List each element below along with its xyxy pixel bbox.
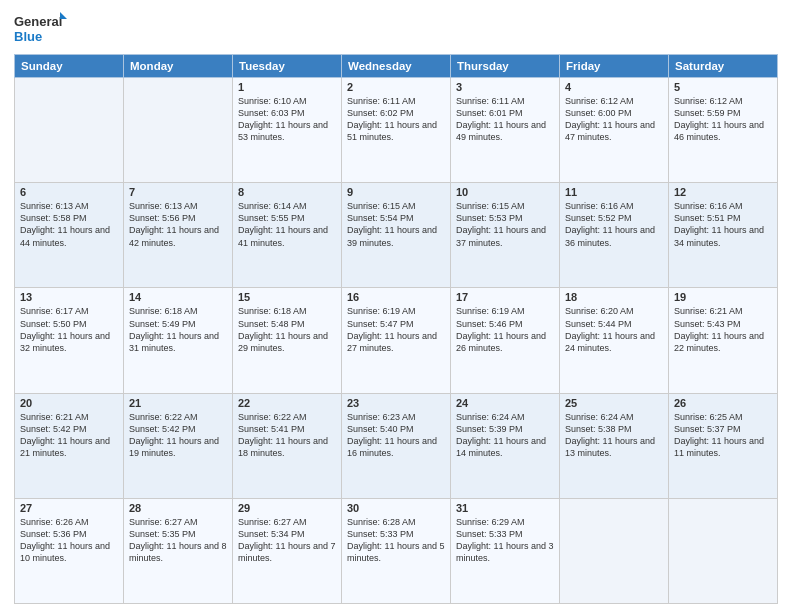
day-info: Sunrise: 6:21 AM Sunset: 5:43 PM Dayligh… xyxy=(674,305,772,354)
day-info: Sunrise: 6:17 AM Sunset: 5:50 PM Dayligh… xyxy=(20,305,118,354)
day-number: 11 xyxy=(565,186,663,198)
day-number: 12 xyxy=(674,186,772,198)
calendar-day-12: 12Sunrise: 6:16 AM Sunset: 5:51 PM Dayli… xyxy=(669,183,778,288)
weekday-header-thursday: Thursday xyxy=(451,55,560,78)
calendar-day-16: 16Sunrise: 6:19 AM Sunset: 5:47 PM Dayli… xyxy=(342,288,451,393)
weekday-header-wednesday: Wednesday xyxy=(342,55,451,78)
calendar-day-26: 26Sunrise: 6:25 AM Sunset: 5:37 PM Dayli… xyxy=(669,393,778,498)
calendar-day-4: 4Sunrise: 6:12 AM Sunset: 6:00 PM Daylig… xyxy=(560,78,669,183)
calendar-week-row: 20Sunrise: 6:21 AM Sunset: 5:42 PM Dayli… xyxy=(15,393,778,498)
calendar-day-29: 29Sunrise: 6:27 AM Sunset: 5:34 PM Dayli… xyxy=(233,498,342,603)
day-number: 2 xyxy=(347,81,445,93)
day-number: 4 xyxy=(565,81,663,93)
day-number: 9 xyxy=(347,186,445,198)
day-info: Sunrise: 6:24 AM Sunset: 5:38 PM Dayligh… xyxy=(565,411,663,460)
day-number: 22 xyxy=(238,397,336,409)
day-info: Sunrise: 6:25 AM Sunset: 5:37 PM Dayligh… xyxy=(674,411,772,460)
calendar-day-9: 9Sunrise: 6:15 AM Sunset: 5:54 PM Daylig… xyxy=(342,183,451,288)
day-number: 14 xyxy=(129,291,227,303)
day-info: Sunrise: 6:11 AM Sunset: 6:01 PM Dayligh… xyxy=(456,95,554,144)
day-info: Sunrise: 6:28 AM Sunset: 5:33 PM Dayligh… xyxy=(347,516,445,565)
day-number: 5 xyxy=(674,81,772,93)
calendar-day-27: 27Sunrise: 6:26 AM Sunset: 5:36 PM Dayli… xyxy=(15,498,124,603)
calendar-empty-cell xyxy=(669,498,778,603)
calendar-day-14: 14Sunrise: 6:18 AM Sunset: 5:49 PM Dayli… xyxy=(124,288,233,393)
day-number: 29 xyxy=(238,502,336,514)
day-number: 30 xyxy=(347,502,445,514)
day-info: Sunrise: 6:29 AM Sunset: 5:33 PM Dayligh… xyxy=(456,516,554,565)
logo: General Blue xyxy=(14,10,69,50)
header: General Blue xyxy=(14,10,778,50)
day-number: 31 xyxy=(456,502,554,514)
day-info: Sunrise: 6:23 AM Sunset: 5:40 PM Dayligh… xyxy=(347,411,445,460)
calendar-day-24: 24Sunrise: 6:24 AM Sunset: 5:39 PM Dayli… xyxy=(451,393,560,498)
calendar-day-25: 25Sunrise: 6:24 AM Sunset: 5:38 PM Dayli… xyxy=(560,393,669,498)
day-number: 10 xyxy=(456,186,554,198)
calendar-week-row: 27Sunrise: 6:26 AM Sunset: 5:36 PM Dayli… xyxy=(15,498,778,603)
calendar-week-row: 13Sunrise: 6:17 AM Sunset: 5:50 PM Dayli… xyxy=(15,288,778,393)
calendar-day-17: 17Sunrise: 6:19 AM Sunset: 5:46 PM Dayli… xyxy=(451,288,560,393)
day-info: Sunrise: 6:19 AM Sunset: 5:46 PM Dayligh… xyxy=(456,305,554,354)
calendar-table: SundayMondayTuesdayWednesdayThursdayFrid… xyxy=(14,54,778,604)
day-number: 3 xyxy=(456,81,554,93)
calendar-day-5: 5Sunrise: 6:12 AM Sunset: 5:59 PM Daylig… xyxy=(669,78,778,183)
day-number: 6 xyxy=(20,186,118,198)
day-number: 17 xyxy=(456,291,554,303)
day-info: Sunrise: 6:20 AM Sunset: 5:44 PM Dayligh… xyxy=(565,305,663,354)
day-number: 24 xyxy=(456,397,554,409)
logo-svg: General Blue xyxy=(14,10,69,50)
day-info: Sunrise: 6:15 AM Sunset: 5:53 PM Dayligh… xyxy=(456,200,554,249)
day-number: 1 xyxy=(238,81,336,93)
calendar-day-3: 3Sunrise: 6:11 AM Sunset: 6:01 PM Daylig… xyxy=(451,78,560,183)
day-number: 23 xyxy=(347,397,445,409)
calendar-day-23: 23Sunrise: 6:23 AM Sunset: 5:40 PM Dayli… xyxy=(342,393,451,498)
day-info: Sunrise: 6:10 AM Sunset: 6:03 PM Dayligh… xyxy=(238,95,336,144)
calendar-empty-cell xyxy=(15,78,124,183)
calendar-day-28: 28Sunrise: 6:27 AM Sunset: 5:35 PM Dayli… xyxy=(124,498,233,603)
calendar-day-10: 10Sunrise: 6:15 AM Sunset: 5:53 PM Dayli… xyxy=(451,183,560,288)
weekday-header-row: SundayMondayTuesdayWednesdayThursdayFrid… xyxy=(15,55,778,78)
day-info: Sunrise: 6:15 AM Sunset: 5:54 PM Dayligh… xyxy=(347,200,445,249)
day-number: 18 xyxy=(565,291,663,303)
day-number: 19 xyxy=(674,291,772,303)
day-number: 28 xyxy=(129,502,227,514)
day-number: 25 xyxy=(565,397,663,409)
calendar-day-11: 11Sunrise: 6:16 AM Sunset: 5:52 PM Dayli… xyxy=(560,183,669,288)
day-info: Sunrise: 6:16 AM Sunset: 5:52 PM Dayligh… xyxy=(565,200,663,249)
day-info: Sunrise: 6:24 AM Sunset: 5:39 PM Dayligh… xyxy=(456,411,554,460)
day-number: 16 xyxy=(347,291,445,303)
day-info: Sunrise: 6:13 AM Sunset: 5:56 PM Dayligh… xyxy=(129,200,227,249)
day-number: 21 xyxy=(129,397,227,409)
calendar-day-8: 8Sunrise: 6:14 AM Sunset: 5:55 PM Daylig… xyxy=(233,183,342,288)
day-info: Sunrise: 6:22 AM Sunset: 5:42 PM Dayligh… xyxy=(129,411,227,460)
calendar-empty-cell xyxy=(124,78,233,183)
day-info: Sunrise: 6:11 AM Sunset: 6:02 PM Dayligh… xyxy=(347,95,445,144)
calendar-day-22: 22Sunrise: 6:22 AM Sunset: 5:41 PM Dayli… xyxy=(233,393,342,498)
day-info: Sunrise: 6:21 AM Sunset: 5:42 PM Dayligh… xyxy=(20,411,118,460)
weekday-header-sunday: Sunday xyxy=(15,55,124,78)
day-info: Sunrise: 6:27 AM Sunset: 5:34 PM Dayligh… xyxy=(238,516,336,565)
weekday-header-friday: Friday xyxy=(560,55,669,78)
day-info: Sunrise: 6:22 AM Sunset: 5:41 PM Dayligh… xyxy=(238,411,336,460)
weekday-header-saturday: Saturday xyxy=(669,55,778,78)
calendar-day-19: 19Sunrise: 6:21 AM Sunset: 5:43 PM Dayli… xyxy=(669,288,778,393)
day-number: 20 xyxy=(20,397,118,409)
svg-marker-2 xyxy=(60,12,67,19)
day-info: Sunrise: 6:13 AM Sunset: 5:58 PM Dayligh… xyxy=(20,200,118,249)
day-info: Sunrise: 6:19 AM Sunset: 5:47 PM Dayligh… xyxy=(347,305,445,354)
calendar-day-1: 1Sunrise: 6:10 AM Sunset: 6:03 PM Daylig… xyxy=(233,78,342,183)
calendar-day-21: 21Sunrise: 6:22 AM Sunset: 5:42 PM Dayli… xyxy=(124,393,233,498)
calendar-day-2: 2Sunrise: 6:11 AM Sunset: 6:02 PM Daylig… xyxy=(342,78,451,183)
day-info: Sunrise: 6:18 AM Sunset: 5:48 PM Dayligh… xyxy=(238,305,336,354)
calendar-day-20: 20Sunrise: 6:21 AM Sunset: 5:42 PM Dayli… xyxy=(15,393,124,498)
day-info: Sunrise: 6:18 AM Sunset: 5:49 PM Dayligh… xyxy=(129,305,227,354)
weekday-header-tuesday: Tuesday xyxy=(233,55,342,78)
day-info: Sunrise: 6:12 AM Sunset: 6:00 PM Dayligh… xyxy=(565,95,663,144)
day-info: Sunrise: 6:14 AM Sunset: 5:55 PM Dayligh… xyxy=(238,200,336,249)
calendar-week-row: 1Sunrise: 6:10 AM Sunset: 6:03 PM Daylig… xyxy=(15,78,778,183)
day-info: Sunrise: 6:12 AM Sunset: 5:59 PM Dayligh… xyxy=(674,95,772,144)
svg-text:General: General xyxy=(14,14,62,29)
calendar-day-15: 15Sunrise: 6:18 AM Sunset: 5:48 PM Dayli… xyxy=(233,288,342,393)
day-info: Sunrise: 6:26 AM Sunset: 5:36 PM Dayligh… xyxy=(20,516,118,565)
calendar-day-7: 7Sunrise: 6:13 AM Sunset: 5:56 PM Daylig… xyxy=(124,183,233,288)
